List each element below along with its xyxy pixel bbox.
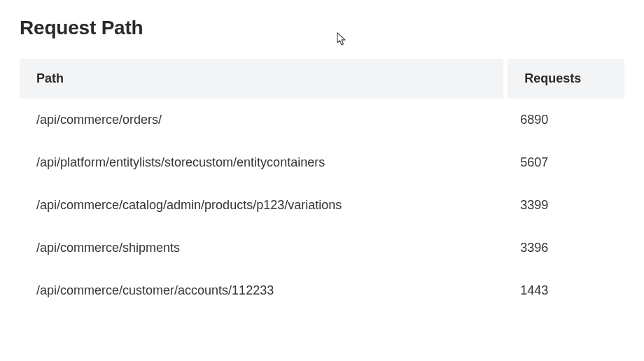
cell-requests: 1443: [503, 269, 624, 312]
table-row: /api/commerce/catalog/admin/products/p12…: [20, 184, 624, 227]
cell-requests: 5607: [503, 141, 624, 184]
cell-requests: 3399: [503, 184, 624, 227]
cell-path: /api/platform/entitylists/storecustom/en…: [20, 141, 503, 184]
table-row: /api/platform/entitylists/storecustom/en…: [20, 141, 624, 184]
table-row: /api/commerce/shipments 3396: [20, 227, 624, 269]
column-header-requests: Requests: [503, 59, 624, 99]
table-row: /api/commerce/customer/accounts/112233 1…: [20, 269, 624, 312]
request-path-table: Path Requests /api/commerce/orders/ 6890…: [20, 59, 624, 312]
column-header-path: Path: [20, 59, 503, 99]
cell-path: /api/commerce/orders/: [20, 99, 503, 141]
table-header-row: Path Requests: [20, 59, 624, 99]
cell-requests: 6890: [503, 99, 624, 141]
cell-requests: 3396: [503, 227, 624, 269]
cell-path: /api/commerce/catalog/admin/products/p12…: [20, 184, 503, 227]
page-title: Request Path: [20, 17, 624, 39]
cell-path: /api/commerce/customer/accounts/112233: [20, 269, 503, 312]
cell-path: /api/commerce/shipments: [20, 227, 503, 269]
table-row: /api/commerce/orders/ 6890: [20, 99, 624, 141]
